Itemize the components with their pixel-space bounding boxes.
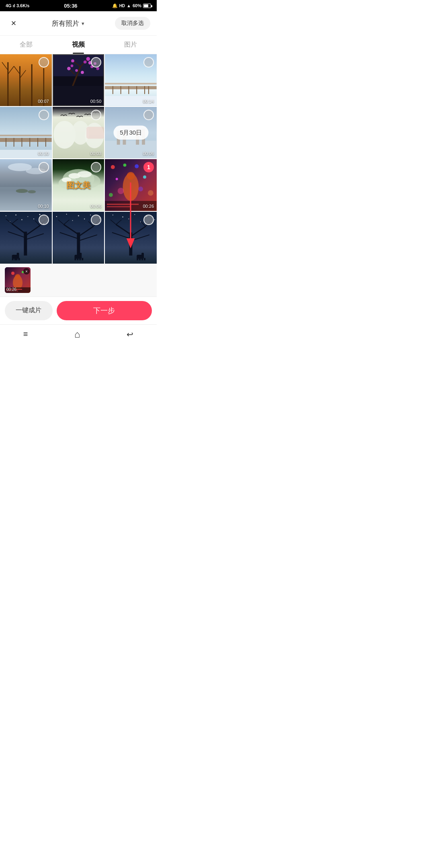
select-circle-4[interactable] bbox=[39, 110, 49, 120]
svg-point-62 bbox=[16, 189, 28, 193]
svg-point-95 bbox=[33, 219, 34, 219]
svg-rect-45 bbox=[0, 135, 52, 136]
svg-point-81 bbox=[138, 187, 143, 192]
album-title: 所有照片 bbox=[52, 19, 79, 28]
svg-rect-157 bbox=[144, 258, 145, 260]
svg-rect-134 bbox=[82, 258, 83, 260]
select-circle-5[interactable] bbox=[91, 110, 101, 120]
media-cell-9[interactable]: 1 00:26 bbox=[105, 159, 157, 211]
duration-5: 00:03 bbox=[90, 151, 102, 156]
select-circle-6[interactable] bbox=[143, 110, 154, 120]
duration-6: 00:06 bbox=[143, 151, 154, 156]
media-cell-8[interactable]: 图文美 00:06 bbox=[53, 159, 104, 211]
svg-point-82 bbox=[109, 193, 113, 197]
svg-point-119 bbox=[84, 219, 85, 219]
svg-rect-108 bbox=[12, 258, 14, 260]
svg-point-141 bbox=[129, 219, 129, 219]
status-bar: 4G ıl 3.6K/s 05:36 🔔 HD ▲ 60% bbox=[0, 0, 157, 11]
svg-point-20 bbox=[70, 64, 73, 67]
svg-point-77 bbox=[143, 176, 146, 179]
select-circle-7[interactable] bbox=[39, 162, 49, 172]
svg-rect-155 bbox=[139, 258, 141, 260]
svg-point-138 bbox=[135, 214, 135, 215]
svg-rect-111 bbox=[18, 258, 20, 260]
top-nav: × 所有照片 ▾ 取消多选 bbox=[0, 11, 157, 36]
date-badge-6: 5月30日 bbox=[113, 126, 148, 140]
svg-point-137 bbox=[123, 217, 123, 217]
svg-point-90 bbox=[27, 216, 28, 217]
select-circle-1[interactable] bbox=[39, 57, 49, 68]
media-cell-4[interactable]: 00:30 bbox=[0, 107, 52, 159]
tab-bar: 全部 视频 图片 bbox=[0, 36, 157, 54]
back-icon[interactable]: ↩ bbox=[127, 330, 133, 339]
svg-rect-131 bbox=[74, 258, 76, 260]
duration-8: 00:06 bbox=[90, 204, 102, 209]
media-cell-7[interactable]: 00:10 bbox=[0, 159, 52, 211]
preview-thumb[interactable]: 00:26 × bbox=[5, 267, 31, 293]
system-nav: ≡ ⌂ ↩ bbox=[0, 324, 157, 346]
svg-rect-133 bbox=[79, 258, 81, 260]
next-step-button[interactable]: 下一步 bbox=[57, 301, 152, 320]
auto-video-button[interactable]: 一键成片 bbox=[5, 301, 53, 320]
svg-point-25 bbox=[81, 71, 84, 74]
duration-2: 00:50 bbox=[90, 99, 102, 104]
select-circle-12[interactable] bbox=[143, 215, 154, 225]
svg-rect-156 bbox=[141, 258, 143, 260]
svg-point-94 bbox=[21, 219, 22, 220]
media-cell-3[interactable]: 00:14 bbox=[105, 54, 157, 106]
status-time: 05:36 bbox=[64, 3, 77, 9]
svg-point-76 bbox=[116, 178, 118, 180]
duration-1: 00:07 bbox=[38, 99, 49, 104]
watermark-text-8: 图文美 bbox=[66, 180, 90, 190]
duration-9: 00:26 bbox=[143, 204, 154, 209]
svg-point-164 bbox=[15, 274, 20, 280]
tab-all[interactable]: 全部 bbox=[0, 36, 52, 54]
svg-point-115 bbox=[78, 215, 79, 216]
svg-point-88 bbox=[6, 215, 6, 216]
media-cell-12[interactable] bbox=[105, 212, 157, 264]
svg-rect-38 bbox=[0, 138, 52, 142]
svg-point-136 bbox=[113, 215, 113, 215]
select-circle-10[interactable] bbox=[39, 215, 49, 225]
media-cell-5[interactable]: 00:03 bbox=[53, 107, 104, 159]
svg-rect-35 bbox=[105, 83, 157, 84]
svg-point-80 bbox=[118, 188, 124, 194]
svg-rect-107 bbox=[17, 253, 19, 256]
svg-rect-130 bbox=[79, 253, 82, 256]
svg-point-91 bbox=[39, 214, 40, 215]
menu-icon[interactable]: ≡ bbox=[23, 330, 28, 339]
svg-rect-109 bbox=[14, 258, 16, 260]
svg-point-16 bbox=[83, 60, 86, 63]
svg-point-69 bbox=[77, 171, 92, 178]
svg-point-118 bbox=[72, 220, 73, 221]
svg-point-19 bbox=[67, 67, 71, 70]
svg-rect-85 bbox=[107, 204, 139, 205]
multi-select-button[interactable]: 取消多选 bbox=[115, 17, 150, 30]
action-bar: 一键成片 下一步 bbox=[0, 297, 157, 324]
svg-rect-153 bbox=[141, 253, 144, 256]
svg-point-72 bbox=[111, 165, 115, 169]
media-cell-10[interactable] bbox=[0, 212, 52, 264]
selected-preview-strip: 00:26 × bbox=[0, 264, 157, 297]
close-button[interactable]: × bbox=[6, 16, 21, 31]
media-cell-11[interactable] bbox=[53, 212, 104, 264]
album-title-area[interactable]: 所有照片 ▾ bbox=[52, 19, 84, 28]
svg-rect-110 bbox=[16, 258, 18, 260]
svg-point-18 bbox=[71, 59, 74, 63]
svg-point-116 bbox=[90, 215, 91, 215]
tab-image[interactable]: 图片 bbox=[104, 36, 157, 54]
status-signal: 4G ıl 3.6K/s bbox=[6, 3, 29, 8]
media-cell-1[interactable]: 00:07 bbox=[0, 54, 52, 106]
home-icon[interactable]: ⌂ bbox=[74, 329, 80, 340]
status-icons: 🔔 HD ▲ 60% bbox=[112, 3, 151, 8]
tab-video[interactable]: 视频 bbox=[52, 36, 104, 54]
svg-rect-132 bbox=[77, 258, 78, 260]
media-cell-2[interactable]: 00:50 bbox=[53, 54, 104, 106]
select-circle-3[interactable] bbox=[143, 57, 154, 68]
media-grid: 00:07 bbox=[0, 54, 157, 264]
svg-point-83 bbox=[148, 190, 154, 196]
media-cell-6[interactable]: 5月30日 00:06 bbox=[105, 107, 157, 159]
chevron-down-icon: ▾ bbox=[82, 20, 84, 27]
duration-3: 00:14 bbox=[143, 99, 154, 104]
svg-rect-51 bbox=[86, 127, 104, 139]
